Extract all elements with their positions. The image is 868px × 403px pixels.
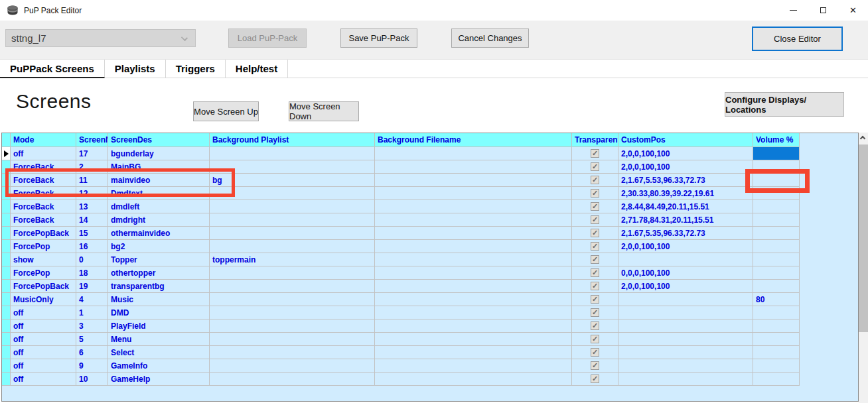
move-screen-down-button[interactable]: Move Screen Down: [289, 101, 359, 121]
maximize-button[interactable]: [808, 0, 838, 21]
grid-cell-custom-pos[interactable]: 2,71.78,84.31,20.11,15.51: [618, 213, 753, 227]
transparent-checkbox[interactable]: ✓: [591, 374, 599, 383]
grid-cell-volume[interactable]: [753, 147, 800, 160]
row-indicator-cell[interactable]: [2, 253, 11, 266]
column-header-custompos[interactable]: CustomPos: [618, 133, 753, 147]
row-indicator-cell[interactable]: [2, 200, 11, 213]
grid-cell-transparent[interactable]: ✓: [572, 174, 618, 187]
grid-cell-screen-num[interactable]: 14: [76, 213, 108, 227]
grid-cell-transparent[interactable]: ✓: [572, 280, 618, 293]
grid-cell-background-filename[interactable]: [375, 319, 572, 333]
grid-cell-transparent[interactable]: ✓: [572, 306, 618, 319]
grid-cell-transparent[interactable]: ✓: [572, 160, 618, 174]
grid-cell-volume[interactable]: [753, 280, 800, 293]
grid-cell-background-playlist[interactable]: [210, 213, 375, 227]
grid-cell-transparent[interactable]: ✓: [572, 253, 618, 266]
grid-cell-transparent[interactable]: ✓: [572, 240, 618, 253]
scroll-up-icon[interactable]: [860, 136, 865, 141]
row-indicator-cell[interactable]: [2, 213, 11, 227]
grid-cell-volume[interactable]: 80: [753, 293, 800, 306]
row-indicator-cell[interactable]: [2, 293, 11, 306]
transparent-checkbox[interactable]: ✓: [591, 149, 599, 158]
grid-cell-background-playlist[interactable]: [210, 306, 375, 319]
row-indicator-cell[interactable]: [2, 346, 11, 359]
grid-cell-background-filename[interactable]: [375, 293, 572, 306]
grid-cell-background-playlist[interactable]: [210, 200, 375, 213]
grid-cell-screen-num[interactable]: 13: [76, 200, 108, 213]
grid-cell-mode[interactable]: show: [11, 253, 76, 266]
grid-cell-screen-des[interactable]: Select: [108, 346, 210, 359]
transparent-checkbox[interactable]: ✓: [591, 202, 599, 211]
grid-cell-custom-pos[interactable]: 2,1.67,5.53,96.33,72.73: [618, 174, 753, 187]
grid-cell-volume[interactable]: [753, 333, 800, 346]
transparent-checkbox[interactable]: ✓: [591, 321, 599, 330]
grid-cell-background-filename[interactable]: [375, 200, 572, 213]
grid-cell-screen-des[interactable]: bgunderlay: [108, 147, 210, 160]
grid-cell-custom-pos[interactable]: [618, 333, 753, 346]
row-indicator-cell[interactable]: [2, 319, 11, 333]
row-indicator-cell[interactable]: [2, 333, 11, 346]
grid-cell-custom-pos[interactable]: 2,0,0,100,100: [618, 280, 753, 293]
grid-cell-background-playlist[interactable]: [210, 346, 375, 359]
row-indicator-cell[interactable]: [2, 306, 11, 319]
grid-cell-screen-num[interactable]: 1: [76, 306, 108, 319]
grid-cell-background-filename[interactable]: [375, 266, 572, 280]
grid-cell-screen-des[interactable]: Menu: [108, 333, 210, 346]
grid-cell-screen-num[interactable]: 6: [76, 346, 108, 359]
grid-cell-background-filename[interactable]: [375, 240, 572, 253]
transparent-checkbox[interactable]: ✓: [591, 361, 599, 370]
tab-help-test[interactable]: Help/test: [226, 60, 288, 78]
grid-cell-background-filename[interactable]: [375, 280, 572, 293]
grid-cell-volume[interactable]: [753, 373, 800, 386]
grid-cell-transparent[interactable]: ✓: [572, 213, 618, 227]
grid-cell-screen-des[interactable]: transparentbg: [108, 280, 210, 293]
grid-cell-transparent[interactable]: ✓: [572, 266, 618, 280]
transparent-checkbox[interactable]: ✓: [591, 229, 599, 237]
grid-cell-screen-des[interactable]: dmdleft: [108, 200, 210, 213]
grid-cell-mode[interactable]: off: [11, 319, 76, 333]
grid-cell-screen-des[interactable]: Music: [108, 293, 210, 306]
transparent-checkbox[interactable]: ✓: [591, 189, 599, 198]
grid-cell-mode[interactable]: ForcePopBack: [11, 280, 76, 293]
grid-cell-volume[interactable]: [753, 213, 800, 227]
grid-cell-background-filename[interactable]: [375, 346, 572, 359]
grid-cell-custom-pos[interactable]: [618, 359, 753, 373]
grid-cell-screen-num[interactable]: 19: [76, 280, 108, 293]
grid-cell-custom-pos[interactable]: 2,1.67,5.35,96.33,72.73: [618, 227, 753, 240]
grid-cell-background-filename[interactable]: [375, 227, 572, 240]
grid-cell-mode[interactable]: ForcePop: [11, 240, 76, 253]
configure-displays-button[interactable]: Configure Displays/ Locations: [725, 92, 844, 117]
grid-cell-screen-num[interactable]: 5: [76, 333, 108, 346]
grid-cell-screen-num[interactable]: 4: [76, 293, 108, 306]
grid-cell-mode[interactable]: off: [11, 333, 76, 346]
transparent-checkbox[interactable]: ✓: [591, 176, 599, 184]
tab-triggers[interactable]: Triggers: [166, 60, 226, 78]
grid-cell-screen-num[interactable]: 15: [76, 227, 108, 240]
grid-cell-mode[interactable]: ForceBack: [11, 213, 76, 227]
grid-cell-volume[interactable]: [753, 306, 800, 319]
grid-cell-background-playlist[interactable]: [210, 227, 375, 240]
grid-cell-screen-num[interactable]: 17: [76, 147, 108, 160]
grid-cell-custom-pos[interactable]: 2,0,0,100,100: [618, 160, 753, 174]
transparent-checkbox[interactable]: ✓: [591, 242, 599, 251]
transparent-checkbox[interactable]: ✓: [591, 308, 599, 317]
transparent-checkbox[interactable]: ✓: [591, 335, 599, 343]
grid-cell-volume[interactable]: [753, 240, 800, 253]
grid-cell-mode[interactable]: off: [11, 346, 76, 359]
column-header-screendes[interactable]: ScreenDes: [108, 133, 210, 147]
grid-cell-mode[interactable]: off: [11, 306, 76, 319]
close-editor-button[interactable]: Close Editor: [752, 27, 843, 51]
grid-cell-background-playlist[interactable]: [210, 280, 375, 293]
grid-cell-background-filename[interactable]: [375, 160, 572, 174]
tab-puppack-screens[interactable]: PuPPack Screens: [0, 60, 105, 78]
grid-cell-transparent[interactable]: ✓: [572, 346, 618, 359]
column-header-mode[interactable]: Mode: [11, 133, 76, 147]
grid-cell-transparent[interactable]: ✓: [572, 147, 618, 160]
grid-cell-mode[interactable]: MusicOnly: [11, 293, 76, 306]
grid-cell-background-playlist[interactable]: [210, 266, 375, 280]
grid-cell-background-filename[interactable]: [375, 253, 572, 266]
grid-cell-screen-des[interactable]: GameHelp: [108, 373, 210, 386]
grid-cell-background-playlist[interactable]: [210, 293, 375, 306]
grid-cell-background-filename[interactable]: [375, 213, 572, 227]
grid-cell-custom-pos[interactable]: 0,0,0,100,100: [618, 266, 753, 280]
